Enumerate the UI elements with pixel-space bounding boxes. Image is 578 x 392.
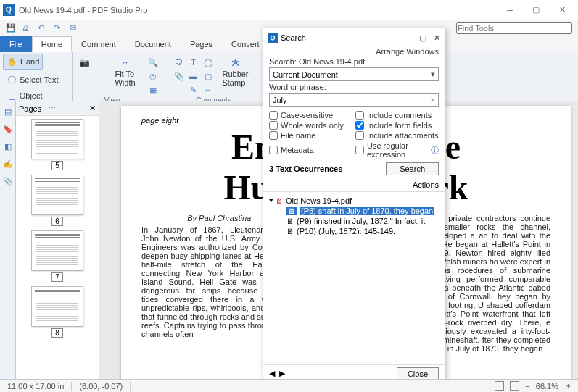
measure-icon[interactable]: ↔ (202, 84, 214, 96)
search-scope-select[interactable]: Current Document▾ (269, 67, 439, 81)
zoom-in-button[interactable]: ＋ (564, 380, 572, 391)
stamp-icon: 🟊 (230, 57, 241, 68)
help-icon[interactable]: ⓘ (431, 145, 439, 156)
snapshot-tool[interactable]: 📷 (66, 54, 104, 68)
camera-icon: 📷 (79, 57, 91, 68)
hand-tool[interactable]: ✋Hand (3, 54, 43, 70)
close-button[interactable]: ✕ (549, 0, 575, 20)
chevron-down-icon: ▾ (431, 70, 435, 79)
tab-pages[interactable]: Pages (181, 36, 222, 52)
zoom-out-button[interactable]: − (525, 382, 529, 391)
pdf-icon: 🗎 (276, 196, 284, 205)
page-thumb[interactable]: 7 (31, 230, 83, 282)
occurrence-count: 3 Text Occurrences (269, 164, 342, 173)
opt-case-sensitive[interactable]: Case-sensitive (269, 111, 352, 120)
fit-width-button[interactable]: ↔Fit To Width (107, 54, 144, 87)
page-thumb[interactable]: 5 (31, 119, 83, 170)
rubber-stamp-button[interactable]: 🟊Rubber Stamp (217, 54, 255, 87)
tab-document[interactable]: Document (125, 36, 181, 52)
tab-home[interactable]: Home (32, 36, 72, 52)
search-dialog: Q Search ─ ▢ ✕ Arrange Windows Search: O… (263, 28, 445, 383)
maximize-button[interactable]: ▢ (523, 0, 549, 20)
next-hit-icon[interactable]: ▶ (279, 369, 285, 378)
zoom-level: 66.1% (536, 382, 558, 391)
page-icon: 🗎 (286, 217, 294, 225)
opt-metadata[interactable]: Metadata (269, 141, 352, 159)
save-icon[interactable]: 💾 (6, 23, 16, 33)
opt-include-forms[interactable]: Include form fields (355, 121, 439, 130)
page-thumb[interactable]: 8 (31, 286, 83, 338)
search-hit[interactable]: 🗎(P9) finished in July, 1872." In fact, … (286, 216, 439, 226)
view-continuous-icon[interactable] (510, 381, 519, 391)
tab-comment[interactable]: Comment (72, 36, 125, 52)
bookmarks-pane-icon[interactable]: 🔖 (2, 123, 14, 135)
search-file-label: Search: Old News 19-4.pdf (263, 56, 445, 67)
note-icon[interactable]: 🗨 (173, 57, 185, 68)
search-minimize-button[interactable]: ─ (406, 33, 412, 43)
status-coords: (6.00, -0.07) (72, 382, 131, 391)
pages-panel-title: Pages (19, 104, 41, 113)
highlight-icon[interactable]: ▬ (188, 70, 199, 82)
text-cursor-icon: Ⓘ (6, 74, 17, 86)
attach-icon[interactable]: 📎 (173, 70, 185, 82)
opt-include-attachments[interactable]: Include attachments (355, 131, 439, 140)
print-icon[interactable]: 🖨 (22, 23, 32, 33)
actions-menu[interactable]: Actions (263, 178, 445, 192)
result-root[interactable]: ▾🗎Old News 19-4.pdf (269, 195, 439, 206)
search-word-input[interactable]: July× (269, 93, 439, 107)
tab-convert[interactable]: Convert (222, 36, 269, 52)
collapse-icon: ▾ (269, 196, 273, 205)
redo-icon[interactable]: ↷ (54, 23, 64, 33)
opt-whole-words[interactable]: Whole words only (269, 121, 352, 130)
layers-pane-icon[interactable]: ◧ (2, 141, 14, 152)
window-title: Old News 19-4.pdf - PDF Studio Pro (19, 6, 147, 14)
status-dimensions: 11.00 x 17.00 in (0, 382, 72, 391)
search-title: Search (281, 33, 306, 42)
area-icon[interactable]: ▢ (202, 70, 214, 82)
word-label: Word or phrase: (263, 81, 445, 93)
pages-options-icon[interactable]: ⋯ (46, 103, 57, 114)
clear-input-icon[interactable]: × (431, 96, 435, 104)
pages-close-icon[interactable]: ✕ (89, 104, 96, 113)
find-tools-input[interactable] (456, 22, 572, 34)
arrange-windows-link[interactable]: Arrange Windows (263, 47, 445, 56)
text-annot-icon[interactable]: T (188, 57, 199, 68)
search-button[interactable]: Search (386, 162, 439, 175)
app-icon: Q (3, 4, 15, 16)
view-single-icon[interactable] (495, 381, 504, 391)
search-close-bottom[interactable]: Close (397, 367, 439, 380)
signatures-pane-icon[interactable]: ✍ (2, 158, 14, 170)
fit-width-icon: ↔ (120, 57, 131, 68)
page-thumb[interactable]: 6 (31, 175, 83, 226)
undo-icon[interactable]: ↶ (38, 23, 48, 33)
tab-file[interactable]: File (0, 36, 32, 52)
pages-pane-icon[interactable]: ▤ (2, 106, 14, 117)
search-hit[interactable]: 🗎(P10) (July, 1872): 145-149. (286, 226, 439, 236)
page-icon: 🗎 (286, 227, 294, 235)
opt-regex[interactable]: Use regular expression ⓘ (355, 141, 439, 159)
search-app-icon: Q (268, 33, 278, 43)
minimize-button[interactable]: ─ (497, 0, 523, 20)
prev-hit-icon[interactable]: ◀ (269, 369, 275, 378)
shape-icon[interactable]: ◯ (202, 57, 214, 68)
mail-icon[interactable]: ✉ (70, 23, 80, 33)
search-hit[interactable]: 🗎(P8) shaft in July of 1870, they began (286, 206, 439, 216)
opt-file-name[interactable]: File name (269, 131, 352, 140)
hand-icon: ✋ (7, 56, 18, 67)
attachments-pane-icon[interactable]: 📎 (2, 175, 14, 187)
pencil-icon[interactable]: ✎ (188, 84, 199, 96)
opt-include-comments[interactable]: Include comments (355, 111, 439, 120)
page-icon: 🗎 (286, 207, 297, 215)
search-close-button[interactable]: ✕ (434, 33, 440, 43)
search-maximize-button[interactable]: ▢ (419, 33, 426, 43)
select-text-tool[interactable]: ⒾSelect Text (3, 72, 62, 87)
